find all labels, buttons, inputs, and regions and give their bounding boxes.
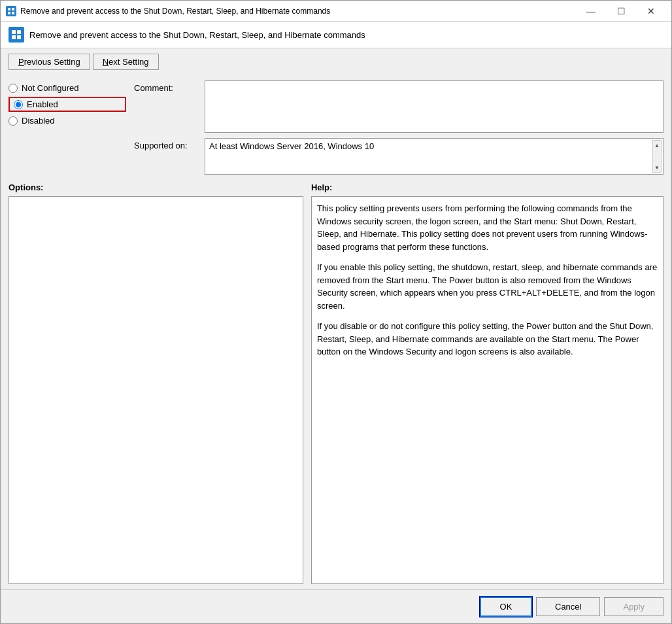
previous-setting-button[interactable]: Previous Setting <box>8 54 90 70</box>
title-bar: Remove and prevent access to the Shut Do… <box>1 1 671 22</box>
svg-rect-4 <box>12 30 16 34</box>
enabled-option[interactable]: Enabled <box>14 99 58 109</box>
radio-group: Not Configured Enabled Disabled <box>8 80 126 175</box>
help-box: This policy setting prevents users from … <box>311 196 664 584</box>
previous-underline: P <box>18 57 24 67</box>
svg-rect-3 <box>12 12 14 14</box>
not-configured-label: Not Configured <box>22 83 78 93</box>
svg-rect-5 <box>17 30 21 34</box>
ok-button[interactable]: OK <box>480 597 532 617</box>
enabled-label: Enabled <box>27 99 58 109</box>
maximize-button[interactable]: ☐ <box>606 1 636 22</box>
next-setting-button[interactable]: Next Setting <box>93 54 159 70</box>
apply-button[interactable]: Apply <box>604 597 664 616</box>
supported-row: Supported on: At least Windows Server 20… <box>134 138 664 175</box>
nav-section: Previous Setting Next Setting <box>1 48 671 75</box>
comment-textarea[interactable] <box>205 80 664 133</box>
supported-value: At least Windows Server 2016, Windows 10 <box>209 141 374 151</box>
close-button[interactable]: ✕ <box>636 1 666 22</box>
header-icon <box>8 27 24 43</box>
comment-row: Comment: <box>134 80 664 133</box>
options-box <box>8 196 303 584</box>
svg-rect-1 <box>12 8 14 10</box>
svg-rect-7 <box>17 35 21 39</box>
enabled-radio[interactable] <box>14 100 23 109</box>
supported-value-box: At least Windows Server 2016, Windows 10… <box>205 138 664 175</box>
comment-label: Comment: <box>134 80 199 93</box>
title-bar-text: Remove and prevent access to the Shut Do… <box>20 7 576 16</box>
help-paragraph-1: This policy setting prevents users from … <box>317 202 658 253</box>
cancel-button[interactable]: Cancel <box>536 597 600 616</box>
help-paragraph-2: If you enable this policy setting, the s… <box>317 261 658 312</box>
help-label: Help: <box>311 182 664 192</box>
disabled-label: Disabled <box>22 116 55 126</box>
disabled-option[interactable]: Disabled <box>8 116 126 126</box>
scroll-track <box>653 150 661 163</box>
lower-section: Options: Help: This policy setting preve… <box>8 182 664 584</box>
supported-label: Supported on: <box>134 138 199 150</box>
scroll-up-arrow[interactable]: ▲ <box>653 141 661 150</box>
not-configured-option[interactable]: Not Configured <box>8 83 126 93</box>
svg-rect-0 <box>8 8 10 10</box>
top-section: Not Configured Enabled Disabled <box>8 80 664 175</box>
title-bar-controls: — ☐ ✕ <box>576 1 666 22</box>
help-section: Help: This policy setting prevents users… <box>311 182 664 584</box>
disabled-radio[interactable] <box>8 116 18 126</box>
svg-rect-6 <box>12 35 16 39</box>
options-section: Options: <box>8 182 303 584</box>
enabled-box: Enabled <box>8 97 126 112</box>
window-icon <box>6 6 16 16</box>
svg-rect-2 <box>8 12 10 14</box>
supported-scrollbar: ▲ ▼ <box>652 140 662 173</box>
button-bar: OK Cancel Apply <box>1 589 671 623</box>
help-paragraph-3: If you disable or do not configure this … <box>317 320 658 358</box>
content-area: Remove and prevent access to the Shut Do… <box>1 22 671 623</box>
next-underline: N <box>103 57 109 67</box>
scroll-down-arrow[interactable]: ▼ <box>653 163 661 172</box>
header-title: Remove and prevent access to the Shut Do… <box>29 30 365 40</box>
main-body: Not Configured Enabled Disabled <box>1 75 671 589</box>
right-section: Comment: Supported on: At least Windows … <box>134 80 664 175</box>
policy-window: Remove and prevent access to the Shut Do… <box>0 0 672 624</box>
minimize-button[interactable]: — <box>576 1 606 22</box>
options-label: Options: <box>8 182 303 192</box>
header-section: Remove and prevent access to the Shut Do… <box>1 22 671 48</box>
not-configured-radio[interactable] <box>8 84 18 93</box>
